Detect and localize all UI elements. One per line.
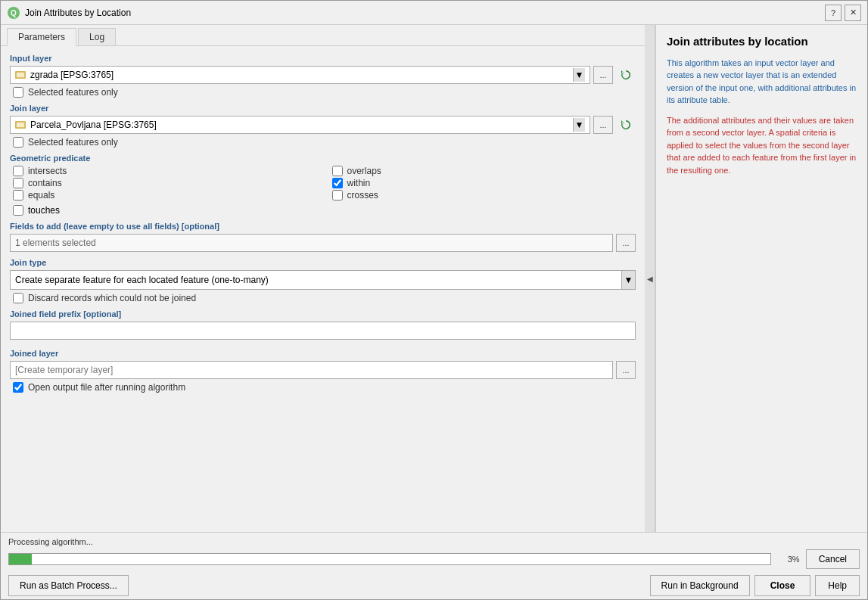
geo-intersects: intersects xyxy=(13,166,317,176)
geo-overlaps: overlaps xyxy=(332,166,636,176)
input-layer-arrow: ▼ xyxy=(573,68,585,82)
geo-crosses: crosses xyxy=(332,190,636,201)
geo-contains-checkbox[interactable] xyxy=(13,178,23,188)
progress-pct: 3% xyxy=(777,555,800,564)
discard-records-label[interactable]: Discard records which could not be joine… xyxy=(28,293,196,303)
join-type-value: Create separate feature for each located… xyxy=(15,275,269,285)
input-layer-selected-checkbox[interactable] xyxy=(13,87,23,98)
geo-overlaps-label[interactable]: overlaps xyxy=(347,166,381,176)
fields-to-add-row: 1 elements selected ... xyxy=(10,234,636,252)
title-bar: Q Join Attributes by Location ? ✕ xyxy=(1,1,867,25)
right-panel: Join attributes by location This algorit… xyxy=(655,25,867,532)
input-layer-label: Input layer xyxy=(10,54,636,63)
join-layer-selected-row: Selected features only xyxy=(10,137,636,148)
joined-layer-label: Joined layer xyxy=(10,349,636,358)
joined-layer-btn[interactable]: ... xyxy=(616,361,636,379)
left-panel: Parameters Log Input layer xyxy=(1,25,645,532)
close-button[interactable]: Close xyxy=(754,575,811,596)
action-row: Run as Batch Process... Run in Backgroun… xyxy=(8,575,860,596)
geo-touches-row: touches xyxy=(10,205,636,216)
params-panel: Input layer zgrada [EPSG:3765] xyxy=(1,46,645,532)
join-type-label: Join type xyxy=(10,258,636,267)
joined-field-prefix-input[interactable] xyxy=(10,322,636,340)
input-layer-combo[interactable]: zgrada [EPSG:3765] ▼ xyxy=(10,66,590,84)
svg-rect-3 xyxy=(16,72,25,78)
join-layer-icon xyxy=(15,120,26,130)
help-content: Join attributes by location This algorit… xyxy=(656,25,867,532)
fields-to-add-btn[interactable]: ... xyxy=(616,234,636,252)
input-layer-row: zgrada [EPSG:3765] ▼ ... xyxy=(10,66,636,84)
main-window: Q Join Attributes by Location ? ✕ Parame… xyxy=(0,0,868,600)
help-title-button[interactable]: ? xyxy=(825,5,842,21)
panel-toggle[interactable]: ◀ xyxy=(645,25,655,532)
geo-within-checkbox[interactable] xyxy=(332,178,343,188)
tab-log[interactable]: Log xyxy=(78,28,116,45)
geo-crosses-checkbox[interactable] xyxy=(332,190,343,201)
progress-bar-fill xyxy=(9,554,32,564)
window-title: Join Attributes by Location xyxy=(25,8,825,18)
open-output-checkbox[interactable] xyxy=(13,382,23,393)
progress-row: 3% Cancel xyxy=(8,549,860,569)
geo-contains: contains xyxy=(13,178,317,188)
discard-records-row: Discard records which could not be joine… xyxy=(10,293,636,303)
input-layer-selected-label[interactable]: Selected features only xyxy=(28,87,118,98)
geo-equals: equals xyxy=(13,190,317,201)
geo-equals-label[interactable]: equals xyxy=(28,190,54,201)
batch-process-button[interactable]: Run as Batch Process... xyxy=(8,575,129,596)
input-layer-icon xyxy=(15,70,26,80)
input-layer-value: zgrada [EPSG:3765] xyxy=(30,70,114,80)
geo-within-label[interactable]: within xyxy=(347,178,371,188)
geo-within: within xyxy=(332,178,636,188)
tab-parameters[interactable]: Parameters xyxy=(7,28,76,46)
main-content: Parameters Log Input layer xyxy=(1,25,867,532)
help-text-2: The additional attributes and their valu… xyxy=(667,114,857,177)
geo-intersects-checkbox[interactable] xyxy=(13,166,23,176)
geometric-predicate-label: Geometric predicate xyxy=(10,154,636,163)
close-title-button[interactable]: ✕ xyxy=(845,5,861,21)
join-layer-label: Join layer xyxy=(10,104,636,113)
progress-bar-track xyxy=(8,553,771,565)
geometric-predicate-grid: intersects overlaps contains within xyxy=(10,166,636,201)
joined-layer-input[interactable] xyxy=(10,361,613,379)
geo-overlaps-checkbox[interactable] xyxy=(332,166,343,176)
geo-intersects-label[interactable]: intersects xyxy=(28,166,67,176)
right-action-buttons: Run in Background Close Help xyxy=(650,575,860,596)
join-layer-selected-label[interactable]: Selected features only xyxy=(28,137,118,148)
join-layer-options-btn[interactable]: ... xyxy=(593,116,613,134)
geo-crosses-label[interactable]: crosses xyxy=(347,190,378,201)
input-layer-selected-row: Selected features only xyxy=(10,87,636,98)
svg-text:Q: Q xyxy=(11,9,17,17)
help-title: Join attributes by location xyxy=(667,34,857,49)
help-button[interactable]: Help xyxy=(815,575,860,596)
tabs: Parameters Log xyxy=(1,25,645,46)
run-in-background-button[interactable]: Run in Background xyxy=(650,575,750,596)
bottom-area: Processing algorithm... 3% Cancel Run as… xyxy=(1,532,867,599)
open-output-label[interactable]: Open output file after running algorithm xyxy=(28,382,185,393)
join-type-combo[interactable]: Create separate feature for each located… xyxy=(10,270,636,290)
join-layer-combo[interactable]: Parcela_Povljana [EPSG:3765] ▼ xyxy=(10,116,590,134)
input-layer-options-btn[interactable]: ... xyxy=(593,66,613,84)
fields-to-add-display[interactable]: 1 elements selected xyxy=(10,234,613,252)
joined-field-prefix-label: Joined field prefix [optional] xyxy=(10,309,636,319)
cancel-button[interactable]: Cancel xyxy=(806,549,860,569)
join-layer-selected-checkbox[interactable] xyxy=(13,137,23,148)
geo-touches-checkbox[interactable] xyxy=(13,205,23,216)
geo-contains-label[interactable]: contains xyxy=(28,178,62,188)
title-bar-buttons: ? ✕ xyxy=(825,5,861,21)
progress-label: Processing algorithm... xyxy=(8,537,860,546)
join-layer-value: Parcela_Povljana [EPSG:3765] xyxy=(30,120,157,130)
join-layer-arrow: ▼ xyxy=(573,118,585,132)
joined-layer-row: ... xyxy=(10,361,636,379)
geo-equals-checkbox[interactable] xyxy=(13,190,23,201)
app-icon: Q xyxy=(7,6,20,20)
input-layer-refresh-btn[interactable] xyxy=(616,66,636,84)
join-layer-row: Parcela_Povljana [EPSG:3765] ▼ ... xyxy=(10,116,636,134)
join-layer-refresh-btn[interactable] xyxy=(616,116,636,134)
help-text-1: This algorithm takes an input vector lay… xyxy=(667,57,857,107)
fields-to-add-label: Fields to add (leave empty to use all fi… xyxy=(10,222,636,231)
join-type-arrow: ▼ xyxy=(621,271,635,289)
open-output-row: Open output file after running algorithm xyxy=(10,382,636,393)
geo-touches-label[interactable]: touches xyxy=(28,205,60,216)
svg-rect-5 xyxy=(16,122,25,128)
discard-records-checkbox[interactable] xyxy=(13,293,23,303)
